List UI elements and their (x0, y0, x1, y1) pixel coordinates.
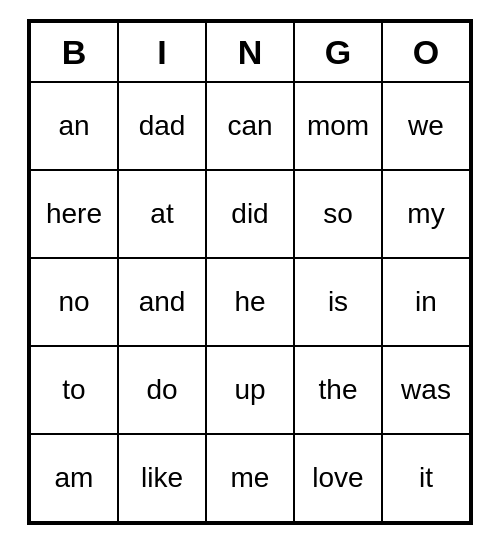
table-row: amlikemeloveit (30, 434, 470, 522)
cell-r4-c4: it (382, 434, 470, 522)
cell-r3-c2: up (206, 346, 294, 434)
header-col-g: G (294, 22, 382, 82)
cell-r1-c0: here (30, 170, 118, 258)
cell-r1-c2: did (206, 170, 294, 258)
cell-r4-c2: me (206, 434, 294, 522)
bingo-card: BINGO andadcanmomwehereatdidsomynoandhei… (27, 19, 473, 525)
cell-r2-c3: is (294, 258, 382, 346)
table-row: noandheisin (30, 258, 470, 346)
cell-r3-c0: to (30, 346, 118, 434)
cell-r1-c3: so (294, 170, 382, 258)
cell-r4-c1: like (118, 434, 206, 522)
header-col-b: B (30, 22, 118, 82)
cell-r0-c3: mom (294, 82, 382, 170)
cell-r1-c4: my (382, 170, 470, 258)
cell-r1-c1: at (118, 170, 206, 258)
cell-r3-c1: do (118, 346, 206, 434)
table-row: hereatdidsomy (30, 170, 470, 258)
cell-r0-c2: can (206, 82, 294, 170)
cell-r0-c0: an (30, 82, 118, 170)
header-col-n: N (206, 22, 294, 82)
cell-r3-c4: was (382, 346, 470, 434)
table-row: todoupthewas (30, 346, 470, 434)
cell-r2-c2: he (206, 258, 294, 346)
cell-r0-c1: dad (118, 82, 206, 170)
table-row: andadcanmomwe (30, 82, 470, 170)
cell-r4-c3: love (294, 434, 382, 522)
cell-r4-c0: am (30, 434, 118, 522)
cell-r2-c4: in (382, 258, 470, 346)
header-row: BINGO (30, 22, 470, 82)
cell-r2-c0: no (30, 258, 118, 346)
cell-r2-c1: and (118, 258, 206, 346)
cell-r0-c4: we (382, 82, 470, 170)
header-col-o: O (382, 22, 470, 82)
cell-r3-c3: the (294, 346, 382, 434)
bingo-table: BINGO andadcanmomwehereatdidsomynoandhei… (29, 21, 471, 523)
header-col-i: I (118, 22, 206, 82)
